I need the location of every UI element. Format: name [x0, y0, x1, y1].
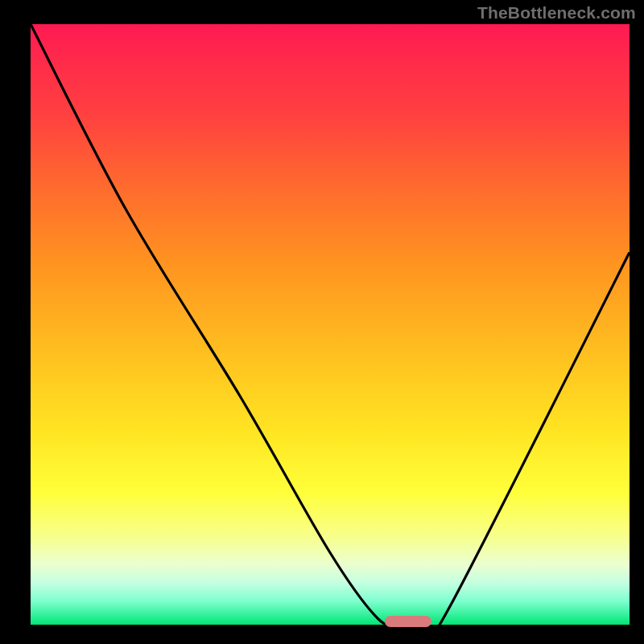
curve-path — [31, 24, 630, 625]
chart-frame: TheBottleneck.com — [0, 0, 644, 644]
optimum-marker — [385, 616, 431, 627]
bottleneck-curve — [31, 24, 630, 625]
plot-area — [31, 24, 630, 625]
watermark-text: TheBottleneck.com — [477, 3, 636, 23]
